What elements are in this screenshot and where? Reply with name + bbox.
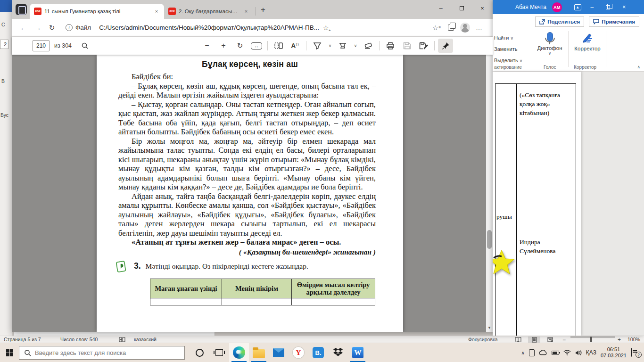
pin-toolbar-icon[interactable] [438,39,453,53]
new-tab-button[interactable]: + [259,5,267,15]
taskbar-yandex-button[interactable]: Y [289,343,308,362]
share-button[interactable]: Поделиться [535,16,584,27]
read-mode-view-button[interactable] [512,337,524,343]
ribbon-select-button[interactable]: Выделить ∨ [494,58,522,63]
tab-close-icon[interactable]: × [242,8,250,15]
device-icon[interactable] [529,349,535,356]
print-icon[interactable] [383,39,398,53]
rotate-icon[interactable]: ↻ [232,39,248,53]
cut-page-box: 2 [0,40,8,49]
status-word-count[interactable]: Число слов: 540 [60,337,98,342]
system-tray: ∧ ҚАЗ 06:51 07.03.2021 2 [521,346,644,359]
ribbon-separator [568,31,569,67]
forward-button[interactable]: → [31,21,45,35]
read-aloud-icon[interactable]: A)) [288,39,303,53]
minimize-button[interactable]: – [584,0,600,14]
taskbar-explorer-button[interactable] [249,343,269,362]
search-icon[interactable] [77,39,92,53]
cortana-button[interactable] [190,343,209,362]
ribbon-display-options-icon[interactable]: ▲ [574,4,581,10]
zoom-slider-track[interactable] [570,337,615,337]
scroll-down-arrow-icon[interactable]: ▼ [486,324,493,331]
fit-to-width-icon[interactable]: ↔ [249,39,264,53]
taskbar-edge-button[interactable] [229,343,249,362]
tab-inactive[interactable]: PDF 2. Оқу бағдарламасы_ Қазақ тіл × [164,4,254,19]
comments-button[interactable]: Примечания [589,16,639,27]
hidden-icons-chevron-icon[interactable]: ∧ [521,350,525,355]
collections-icon[interactable] [444,25,458,31]
settings-menu-icon[interactable]: … [472,24,486,32]
favorites-icon[interactable]: ☆≡ [429,24,444,32]
proofing-icon[interactable] [119,337,125,342]
address-field[interactable]: i Файл C:/Users/admin/Documents/Новый%20… [62,21,429,35]
taskbar-search-box[interactable] [19,346,185,360]
close-button[interactable]: × [616,0,632,14]
editor-group-label: Корректор [574,65,596,70]
taskbar-word-button[interactable]: W [348,343,368,362]
print-layout-view-button[interactable] [528,337,540,343]
pdf-scrollbar[interactable]: ▲ ▼ [486,37,493,332]
status-focus-mode[interactable]: Фокусировка [468,337,498,342]
task-view-button[interactable] [209,343,229,362]
word-document-page[interactable]: («Сөз тапқанға қолқа жоқ» кітабынан) руш… [493,72,581,336]
highlight-options-chevron-icon[interactable]: ∨ [352,39,359,53]
zoom-out-button[interactable]: − [562,337,566,343]
star-clipart[interactable] [493,248,516,277]
draw-pen-icon[interactable] [310,39,325,53]
add-favorite-icon[interactable]: ☆+ [323,24,329,32]
maximize-button[interactable] [451,0,472,16]
back-button[interactable]: ← [17,21,31,35]
scrollbar-thumb[interactable] [487,230,492,249]
search-input[interactable] [35,349,184,356]
zoom-in-button[interactable]: + [618,337,621,343]
taskbar-vk-button[interactable]: B. [308,343,328,362]
attribution-line: ( «Қазақтың би-шешендері» жинағынан ) [118,247,376,257]
word-header-actions: Поделиться Примечания [493,14,644,29]
status-language[interactable]: казахский [134,337,157,342]
wifi-icon[interactable] [563,350,571,355]
browser-workspace-icon[interactable] [16,4,27,15]
zoom-slider-thumb[interactable] [590,337,592,342]
page-view-icon[interactable] [271,39,286,53]
tab-active[interactable]: PDF 11-сынып Гуманитар қазақ тілі × [30,4,164,19]
volume-icon[interactable] [575,350,582,356]
restore-button[interactable] [600,0,616,14]
profile-avatar[interactable] [458,23,472,33]
zoom-in-icon[interactable]: + [216,39,231,53]
save-icon[interactable] [399,39,414,53]
ribbon-replace-button[interactable]: Заменить [494,46,517,52]
minimize-button[interactable]: – [430,0,451,16]
highlighter-icon[interactable] [335,39,350,53]
reload-button[interactable]: ↻ [45,21,59,35]
account-avatar[interactable]: AM [552,2,562,12]
table-header-cell: Менің пікірім [222,279,292,298]
ribbon-separator [532,31,532,67]
tab-close-icon[interactable]: × [153,8,160,15]
zoom-out-icon[interactable]: − [199,39,215,53]
onedrive-cloud-icon[interactable] [539,350,547,355]
search-icon [24,349,31,356]
ribbon-find-button[interactable]: Найти ∨ [494,35,513,41]
zoom-percentage[interactable]: 100% [627,337,640,342]
editor-button[interactable]: Корректор [571,31,604,51]
taskbar-dropbox-button[interactable] [328,343,348,362]
dictate-button[interactable]: Диктофон ∨ [533,31,566,56]
start-button[interactable] [0,343,19,362]
eraser-icon[interactable] [361,39,376,53]
save-as-icon[interactable] [416,39,431,53]
dropbox-icon [333,348,343,357]
info-icon[interactable]: i [66,24,73,31]
draw-options-chevron-icon[interactable]: ∨ [326,39,334,53]
clock[interactable]: 06:51 07.03.2021 [601,346,627,359]
close-button[interactable]: × [472,0,493,16]
language-indicator[interactable]: ҚАЗ [586,349,596,356]
action-center-button[interactable]: 2 [631,348,640,357]
document-title: Бұлақ көрсең, көзін аш [97,59,403,69]
web-layout-view-button[interactable] [544,337,556,343]
paragraph: – Қыстау, қорған салыңдар. Оны тастап ке… [118,100,376,137]
battery-icon[interactable] [552,351,559,355]
status-page-number[interactable]: Страница 5 из 7 [4,337,41,342]
taskbar-mail-button[interactable] [269,343,289,362]
collapse-ribbon-icon[interactable]: ∧ [637,65,640,69]
page-number-input[interactable] [33,40,50,51]
